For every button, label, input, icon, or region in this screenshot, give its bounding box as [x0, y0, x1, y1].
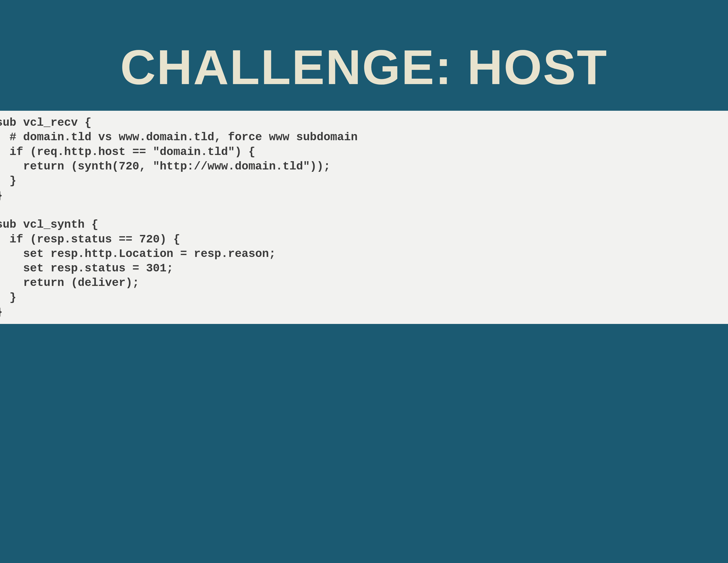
slide: CHALLENGE: HOST sub vcl_recv { # domain.… [0, 0, 728, 563]
slide-header: CHALLENGE: HOST [0, 0, 728, 111]
code-block: sub vcl_recv { # domain.tld vs www.domai… [0, 111, 728, 324]
slide-title: CHALLENGE: HOST [0, 39, 728, 95]
code-content: sub vcl_recv { # domain.tld vs www.domai… [0, 115, 728, 319]
